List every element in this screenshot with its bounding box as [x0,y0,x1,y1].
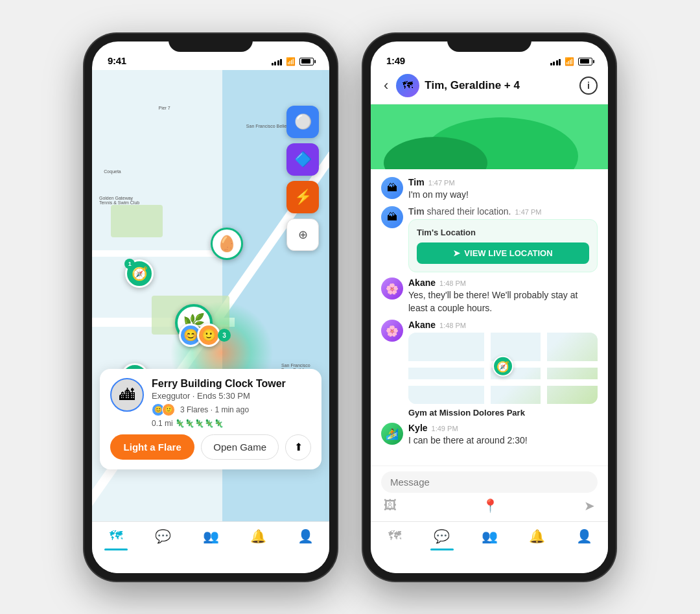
send-button[interactable]: ➤ [584,498,595,514]
chat-hero-image [371,104,608,169]
map-app-buttons: ⚪ 🔷 ⚡ ⊕ [286,106,319,251]
type-icons: 🦎🦎🦎🦎🦎 [175,419,224,428]
chat-messages: 🏔 Tim 1:47 PM I'm on my way! 🏔 Tim [371,169,608,466]
back-icon: ‹ [384,77,388,93]
hpwu-button[interactable]: ⚡ [286,181,319,213]
time-1: 9:41 [108,55,126,66]
location-share-icon[interactable]: 📍 [482,498,498,514]
gym-location-label: Gym at Mission Dolores Park [408,408,598,418]
gym-marker-main[interactable]: 🌿 😊 🙂 3 [175,304,213,342]
avatar-tim-2: 🏔 [381,206,403,228]
tab-chat-icon-2: 💬 [433,527,451,545]
share-icon: ⬆ [294,441,303,453]
avatar-akane-1: 🌸 [381,277,403,300]
map-preview[interactable]: 🧭 [408,333,598,404]
signal-icon-2 [550,58,561,65]
sender-row-akane-2: Akane 1:48 PM [408,320,598,330]
tab-friends-1[interactable]: 👥 [187,527,234,545]
map-park-1 [111,205,163,237]
battery-icon-1 [299,58,314,65]
tab-chat-icon-1: 💬 [154,527,172,545]
message-tim-1: 🏔 Tim 1:47 PM I'm on my way! [381,177,598,202]
player-avatar-2: 🙂 [199,325,218,345]
tab-profile-2[interactable]: 👤 [561,527,608,545]
avatar-kyle: 🏄 [381,423,403,445]
tab-chat-1[interactable]: 💬 [139,527,187,545]
time-akane-1: 1:48 PM [439,279,466,287]
back-button[interactable]: ‹ [381,75,391,97]
phone-2: 1:49 📶 ‹ [363,34,616,581]
sender-akane-2: Akane [408,320,436,330]
meta-avatars: 😊 🙂 [152,403,175,416]
sender-tim-1: Tim [408,177,425,187]
phone-1: 9:41 📶 [84,34,337,581]
player-count-badge: 3 [218,329,231,342]
tab-alerts-icon-1: 🔔 [249,527,267,545]
message-input[interactable] [390,477,589,488]
card-flares-text: 3 Flares · 1 min ago [180,405,249,414]
tab-alerts-1[interactable]: 🔔 [235,527,282,545]
ingress-button[interactable]: 🔷 [286,143,319,176]
time-akane-2: 1:48 PM [439,322,466,329]
tab-friends-icon-1: 👥 [202,527,220,545]
card-header: 🏙 Ferry Building Clock Tower Exeggutor ·… [110,378,311,428]
card-avatar: 🏙 [110,378,144,412]
sender-row-kyle: Kyle 1:49 PM [408,423,598,433]
card-info: Ferry Building Clock Tower Exeggutor · E… [152,378,311,428]
image-attach-icon[interactable]: 🖼 [384,498,397,513]
location-share-text: Tim shared their location. [408,206,511,217]
status-icons-1: 📶 [272,57,314,66]
tab-profile-1[interactable]: 👤 [282,527,329,545]
map-label-belle: San Francisco Belle [246,124,286,128]
msg-content-tim-2: Tim shared their location. 1:47 PM Tim's… [408,206,598,272]
sender-kyle: Kyle [408,423,428,433]
tab-map-indicator [104,549,128,550]
location-card-chat: Tim's Location ➤ VIEW LIVE LOCATION [408,219,598,272]
chat-title: Tim, Geraldine + 4 [425,79,579,92]
tab-map-2[interactable]: 🗺 [371,527,418,545]
location-card: 🏙 Ferry Building Clock Tower Exeggutor ·… [100,369,321,469]
sender-row-akane-1: Akane 1:48 PM [408,277,598,288]
msg-text-akane-1: Yes, they'll be there! We'll probably st… [408,289,598,314]
sender-row-tim-1: Tim 1:47 PM [408,177,598,187]
compass-button[interactable]: ⊕ [286,218,319,251]
wifi-icon-2: 📶 [565,57,574,66]
group-avatar: 🗺 [396,74,419,97]
card-distance: 0.1 mi 🦎🦎🦎🦎🦎 [152,419,311,428]
tab-friends-icon-2: 👥 [480,527,498,545]
tab-alerts-2[interactable]: 🔔 [513,527,561,545]
tab-bar-2: 🗺 💬 👥 🔔 👤 [371,521,608,573]
tab-profile-icon-1: 👤 [296,527,314,545]
share-button[interactable]: ⬆ [285,434,311,460]
view-live-location-button[interactable]: ➤ VIEW LIVE LOCATION [417,242,589,264]
message-tim-location: 🏔 Tim shared their location. 1:47 PM Tim… [381,206,598,272]
pokeball-button[interactable]: ⚪ [286,106,319,138]
map-label-pier: Pier 7 [158,106,170,110]
tab-friends-2[interactable]: 👥 [465,527,513,545]
msg-content-akane-1: Akane 1:48 PM Yes, they'll be there! We'… [408,277,598,314]
gym-marker-1-icon: 🧭 [132,266,148,281]
tab-chat-2[interactable]: 💬 [418,527,465,550]
time-kyle: 1:49 PM [432,425,458,432]
card-title: Ferry Building Clock Tower [152,378,311,390]
tab-map[interactable]: 🗺 [92,527,139,550]
msg-content-kyle: Kyle 1:49 PM I can be there at around 2:… [408,423,598,447]
ingress-icon: 🔷 [294,151,312,168]
compass-icon: ⊕ [298,228,308,242]
raid-marker[interactable]: 🥚 [211,228,243,260]
avatar-akane-2: 🌸 [381,320,403,342]
open-game-button[interactable]: Open Game [201,434,279,460]
time-tim-2: 1:47 PM [515,208,542,216]
card-actions: Light a Flare Open Game ⬆ [110,434,311,460]
gym-badge-1: 1 [124,259,135,269]
info-button[interactable]: i [579,77,598,95]
map-screen[interactable]: Pier 7 San Francisco Belle Coqueta Golde… [92,70,329,521]
time-2: 1:49 [386,55,405,66]
wifi-icon-1: 📶 [286,57,296,66]
battery-icon-2 [578,58,592,65]
hero-overlay [371,104,608,169]
map-road-4 [92,250,222,257]
gym-marker-1[interactable]: 🧭 1 [125,259,154,288]
light-flare-button[interactable]: Light a Flare [110,434,194,460]
msg-text-kyle: I can be there at around 2:30! [408,434,598,447]
